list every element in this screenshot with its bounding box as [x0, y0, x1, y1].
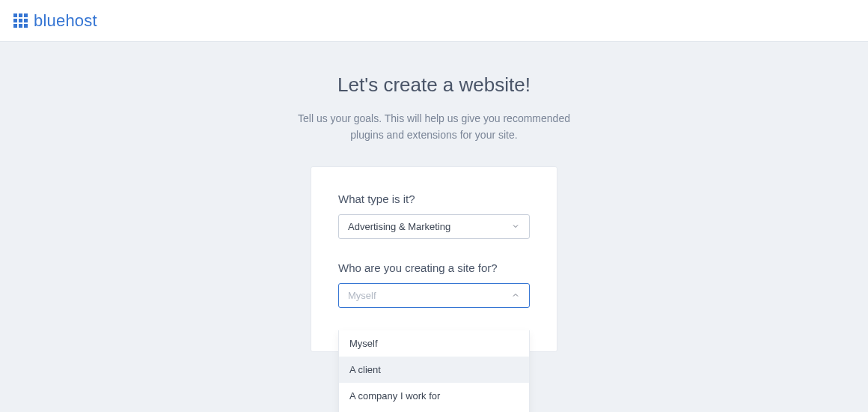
page-subtitle: Tell us your goals. This will help us gi…: [284, 110, 584, 144]
onboarding-card: What type is it? Advertising & Marketing…: [311, 166, 557, 352]
main-content: Let's create a website! Tell us your goa…: [0, 42, 868, 352]
audience-option[interactable]: A client: [339, 357, 529, 383]
type-select-value: Advertising & Marketing: [348, 221, 450, 232]
chevron-up-icon: [511, 291, 520, 300]
app-header: bluehost: [0, 0, 868, 42]
audience-option[interactable]: Myself: [339, 330, 529, 357]
audience-select[interactable]: Myself: [338, 283, 530, 308]
field-audience: Who are you creating a site for? Myself: [338, 261, 530, 308]
page-title: Let's create a website!: [337, 73, 531, 97]
chevron-down-icon: [511, 222, 520, 231]
type-select[interactable]: Advertising & Marketing: [338, 214, 530, 239]
field-type: What type is it? Advertising & Marketing: [338, 193, 530, 239]
audience-dropdown: MyselfA clientA company I work forSomeon…: [338, 330, 530, 412]
audience-label: Who are you creating a site for?: [338, 261, 530, 274]
audience-select-placeholder: Myself: [348, 290, 376, 301]
audience-option[interactable]: A company I work for: [339, 383, 529, 409]
type-label: What type is it?: [338, 193, 530, 205]
brand-name: bluehost: [34, 11, 97, 31]
brand-logo[interactable]: bluehost: [13, 11, 97, 31]
audience-option[interactable]: Someone else: [339, 409, 529, 412]
grid-icon: [13, 13, 28, 28]
